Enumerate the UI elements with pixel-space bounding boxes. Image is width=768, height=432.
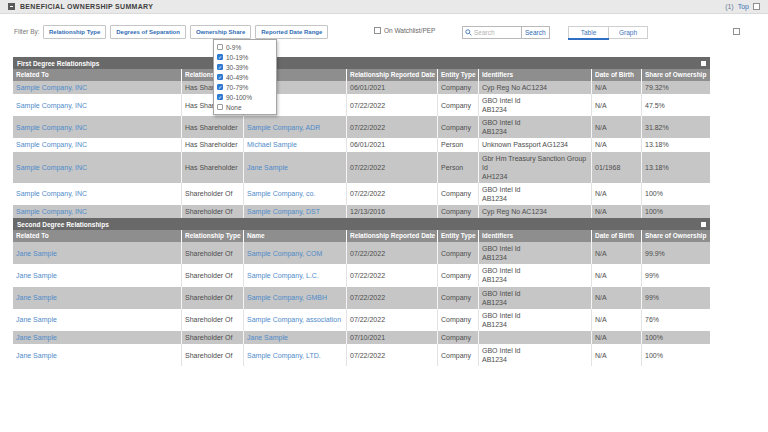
name-link[interactable]: Sample Company, co. [244, 183, 347, 205]
related-to-link[interactable]: Jane Sample [13, 287, 182, 309]
checkbox-icon[interactable] [217, 84, 223, 90]
top-link[interactable]: Top [738, 3, 749, 10]
name-link[interactable]: Sample Company, ADR [244, 116, 347, 138]
related-to-link[interactable]: Jane Sample [13, 344, 182, 366]
section-collapse-icon[interactable] [701, 61, 706, 66]
section-header-bar: Second Degree Relationships [13, 218, 710, 230]
related-to-link[interactable]: Sample Company, INC [13, 116, 182, 138]
name-link[interactable]: Michael Sample [244, 138, 347, 151]
name-link[interactable]: Jane Sample [244, 152, 347, 183]
graph-view-tab[interactable]: Graph [608, 27, 647, 38]
checkbox-icon[interactable] [217, 74, 223, 80]
ownership-share-option[interactable]: 30-39% [214, 62, 276, 72]
checkbox-icon[interactable] [217, 94, 223, 100]
related-to-link[interactable]: Jane Sample [13, 309, 182, 331]
ownership-share-option[interactable]: 0-9% [214, 42, 276, 52]
table-row: Sample Company, INC Has Shareholder Samp… [13, 116, 710, 138]
degrees-of-separation-filter-button[interactable]: Degrees of Separation [110, 25, 186, 39]
column-header[interactable]: Identifiers [479, 69, 592, 81]
header-checkbox[interactable] [753, 3, 760, 10]
table-view-tab[interactable]: Table [569, 27, 608, 38]
identifiers-cell: GBO Intel IdAB1234 [479, 116, 592, 138]
entity-type-cell: Company [438, 94, 479, 116]
reported-date-cell: 07/22/2022 [347, 264, 438, 286]
reported-date-cell: 07/22/2022 [347, 309, 438, 331]
reported-date-cell: 07/22/2022 [347, 94, 438, 116]
relationship-type-filter-button[interactable]: Relationship Type [43, 25, 106, 39]
name-link[interactable]: Sample Company, L.C. [244, 264, 347, 286]
ownership-share-option[interactable]: 90-100% [214, 92, 276, 102]
name-link[interactable]: Sample Company, LTD. [244, 344, 347, 366]
ownership-share-option[interactable]: 10-19% [214, 52, 276, 62]
ownership-share-dropdown: 0-9% 10-19% 30-39% 40-49% 70-79% 90-100%… [213, 39, 277, 115]
relationship-type-cell: Shareholder Of [182, 287, 244, 309]
collapse-section-icon[interactable] [8, 3, 15, 10]
column-header[interactable]: Related To [13, 230, 182, 242]
column-header[interactable]: Share of Ownership [642, 230, 710, 242]
filter-by-label: Filter By: [14, 28, 40, 35]
filter-row-checkbox[interactable] [733, 28, 740, 35]
column-header[interactable]: Relationship Reported Date [347, 69, 438, 81]
column-header[interactable]: Date of Birth [592, 69, 642, 81]
ownership-share-filter-button[interactable]: Ownership Share [190, 25, 251, 39]
name-link[interactable]: Sample Company, GMBH [244, 287, 347, 309]
share-of-ownership-cell: 79.32% [642, 81, 710, 94]
share-of-ownership-cell: 99.9% [642, 242, 710, 264]
ownership-share-option[interactable]: None [214, 102, 276, 112]
relationship-type-cell: Has Shareholder [182, 152, 244, 183]
first-degree-section: First Degree Relationships Related To Re… [13, 57, 710, 218]
column-header[interactable]: Entity Type [438, 69, 479, 81]
relationship-type-cell: Shareholder Of [182, 309, 244, 331]
checkbox-icon[interactable] [217, 54, 223, 60]
identifiers-cell: GBO Intel IdAB1234 [479, 94, 592, 116]
related-to-link[interactable]: Jane Sample [13, 264, 182, 286]
reported-date-cell: 07/22/2022 [347, 287, 438, 309]
column-header[interactable]: Relationship Reported Date [347, 230, 438, 242]
name-link[interactable]: Sample Company, COM [244, 242, 347, 264]
column-header[interactable]: Name [244, 230, 347, 242]
identifiers-cell: Unknown Passport AG1234 [479, 138, 592, 151]
reported-date-cell: 07/22/2022 [347, 183, 438, 205]
related-to-link[interactable]: Sample Company, INC [13, 81, 182, 94]
column-header[interactable]: Entity Type [438, 230, 479, 242]
related-to-link[interactable]: Sample Company, INC [13, 138, 182, 151]
entity-type-cell: Company [438, 287, 479, 309]
entity-type-cell: Company [438, 309, 479, 331]
checkbox-icon[interactable] [217, 44, 223, 50]
ownership-share-option[interactable]: 70-79% [214, 82, 276, 92]
column-header[interactable]: Related To [13, 69, 182, 81]
search-box [462, 26, 522, 39]
entity-type-cell: Company [438, 205, 479, 218]
related-to-link[interactable]: Sample Company, INC [13, 205, 182, 218]
checkbox-icon[interactable] [217, 104, 223, 110]
column-header[interactable]: Share of Ownership [642, 69, 710, 81]
name-link[interactable]: Jane Sample [244, 331, 347, 344]
share-of-ownership-cell: 99% [642, 287, 710, 309]
date-of-birth-cell: N/A [592, 205, 642, 218]
checkbox-icon[interactable] [217, 64, 223, 70]
column-header[interactable]: Date of Birth [592, 230, 642, 242]
column-header[interactable]: Identifiers [479, 230, 592, 242]
ownership-share-option[interactable]: 40-49% [214, 72, 276, 82]
reported-date-range-filter-button[interactable]: Reported Date Range [255, 25, 328, 39]
section-collapse-icon[interactable] [701, 222, 706, 227]
entity-type-cell: Company [438, 331, 479, 344]
date-of-birth-cell: N/A [592, 116, 642, 138]
related-to-link[interactable]: Sample Company, INC [13, 152, 182, 183]
related-to-link[interactable]: Jane Sample [13, 242, 182, 264]
filter-button-group: Relationship Type Degrees of Separation … [43, 25, 328, 39]
share-of-ownership-cell: 100% [642, 183, 710, 205]
date-of-birth-cell: N/A [592, 331, 642, 344]
related-to-link[interactable]: Sample Company, INC [13, 183, 182, 205]
entity-type-cell: Company [438, 242, 479, 264]
search-input[interactable] [474, 29, 519, 36]
watchlist-pep-checkbox[interactable] [374, 27, 381, 34]
identifiers-cell: GBO Intel IdAB1234 [479, 309, 592, 331]
related-to-link[interactable]: Jane Sample [13, 331, 182, 344]
name-link[interactable]: Sample Company, DST [244, 205, 347, 218]
name-link[interactable]: Sample Company, association [244, 309, 347, 331]
column-header[interactable]: Relationship Type [182, 230, 244, 242]
related-to-link[interactable]: Sample Company, INC [13, 94, 182, 116]
search-button[interactable]: Search [522, 26, 550, 39]
option-label: 30-39% [226, 64, 248, 71]
